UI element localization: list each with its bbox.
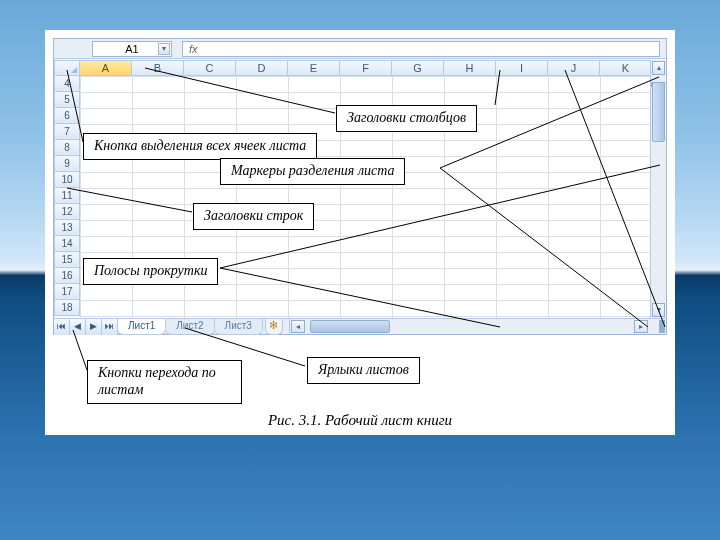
callout-select-all: Кнопка выделения всех ячеек листа <box>83 133 317 160</box>
spreadsheet-window: A1 ▾ fx A B C D E F G H I J K <box>53 38 667 335</box>
row-header[interactable]: 17 <box>54 284 80 300</box>
diagram-page: A1 ▾ fx A B C D E F G H I J K <box>45 30 675 435</box>
sheet-nav-buttons: ⏮ ◀ ▶ ⏭ <box>54 319 118 334</box>
row-header[interactable]: 9 <box>54 156 80 172</box>
sheet-tab[interactable]: Лист2 <box>165 319 214 335</box>
row-header[interactable]: 5 <box>54 92 80 108</box>
nav-prev-icon[interactable]: ◀ <box>70 319 86 335</box>
chevron-down-icon[interactable]: ▾ <box>158 43 170 55</box>
column-header[interactable]: C <box>184 60 236 76</box>
sheet-tab[interactable]: Лист3 <box>214 319 263 335</box>
callout-row-headers: Заголовки строк <box>193 203 314 230</box>
row-header[interactable]: 11 <box>54 188 80 204</box>
row-header[interactable]: 10 <box>54 172 80 188</box>
row-header[interactable]: 13 <box>54 220 80 236</box>
nav-last-icon[interactable]: ⏭ <box>102 319 118 335</box>
column-header[interactable]: E <box>288 60 340 76</box>
formula-bar[interactable]: fx <box>182 41 660 57</box>
figure-caption: Рис. 3.1. Рабочий лист книги <box>45 412 675 429</box>
column-header[interactable]: G <box>392 60 444 76</box>
column-header[interactable]: A <box>80 60 132 76</box>
row-header[interactable]: 18 <box>54 300 80 316</box>
callout-split-markers: Маркеры разделения листа <box>220 158 405 185</box>
row-header[interactable]: 12 <box>54 204 80 220</box>
callout-nav-buttons: Кнопки перехода по листам <box>87 360 242 404</box>
column-header[interactable]: J <box>548 60 600 76</box>
row-header-column: 4 5 6 7 8 9 10 11 12 13 14 15 16 17 18 <box>54 76 80 318</box>
nav-next-icon[interactable]: ▶ <box>86 319 102 335</box>
split-marker-horizontal[interactable] <box>659 320 665 333</box>
scroll-up-icon[interactable]: ▴ <box>652 61 665 75</box>
callout-scrollbars: Полосы прокрутки <box>83 258 218 285</box>
insert-sheet-icon[interactable]: ✻ <box>265 319 283 335</box>
name-box[interactable]: A1 ▾ <box>92 41 172 57</box>
sheet-tab-active[interactable]: Лист1 <box>117 319 166 335</box>
nav-first-icon[interactable]: ⏮ <box>54 319 70 335</box>
column-header[interactable]: F <box>340 60 392 76</box>
column-header[interactable]: H <box>444 60 496 76</box>
column-header-row: A B C D E F G H I J K <box>54 60 666 76</box>
column-header[interactable]: K <box>600 60 652 76</box>
row-header[interactable]: 6 <box>54 108 80 124</box>
row-header[interactable]: 14 <box>54 236 80 252</box>
vertical-scrollbar[interactable]: ▴ ▾ <box>650 60 666 318</box>
horizontal-scrollbar[interactable]: ◂ ▸ <box>289 319 666 334</box>
hscroll-thumb[interactable] <box>310 320 390 333</box>
svg-line-9 <box>73 330 87 370</box>
scroll-down-icon[interactable]: ▾ <box>652 303 665 317</box>
row-header[interactable]: 4 <box>54 76 80 92</box>
formula-bar-row: A1 ▾ fx <box>54 39 666 59</box>
row-header[interactable]: 16 <box>54 268 80 284</box>
vscroll-thumb[interactable] <box>652 82 665 142</box>
scroll-left-icon[interactable]: ◂ <box>291 320 305 333</box>
scroll-right-icon[interactable]: ▸ <box>634 320 648 333</box>
column-header[interactable]: B <box>132 60 184 76</box>
fx-icon[interactable]: fx <box>183 43 204 55</box>
name-box-value: A1 <box>125 43 138 55</box>
row-header[interactable]: 7 <box>54 124 80 140</box>
row-header[interactable]: 8 <box>54 140 80 156</box>
callout-column-headers: Заголовки столбцов <box>336 105 477 132</box>
callout-sheet-tabs: Ярлыки листов <box>307 357 420 384</box>
column-header[interactable]: D <box>236 60 288 76</box>
column-header[interactable]: I <box>496 60 548 76</box>
bottom-bar: ⏮ ◀ ▶ ⏭ Лист1 Лист2 Лист3 ✻ ◂ ▸ <box>54 318 666 334</box>
select-all-button[interactable] <box>54 60 80 76</box>
row-header[interactable]: 15 <box>54 252 80 268</box>
